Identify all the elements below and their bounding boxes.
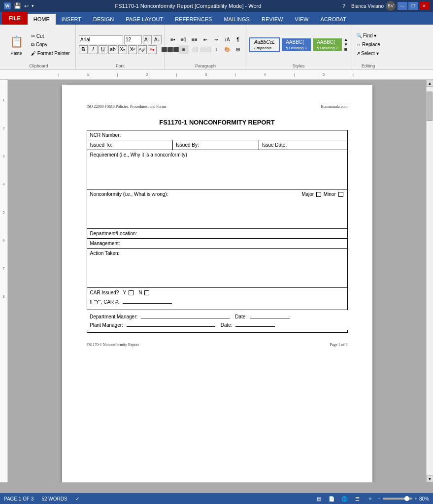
tab-acrobat[interactable]: ACROBAT [314, 14, 352, 25]
copy-button[interactable]: ⧉ Copy [29, 41, 72, 49]
tab-insert[interactable]: INSERT [56, 14, 87, 25]
text-highlight-button[interactable]: A🖊 [138, 45, 147, 54]
title-bar-left: W 💾 ↩ ▾ [4, 2, 34, 9]
font-size-select[interactable] [124, 35, 142, 44]
align-right-button[interactable]: ⬜ [190, 45, 200, 54]
signatures-row: Department Manager: Date: Plant Manager:… [87, 310, 347, 330]
action-cell: Action Taken: [87, 249, 347, 288]
car-n-checkbox[interactable] [144, 290, 149, 295]
bold-button[interactable]: B [79, 45, 88, 54]
styles-down[interactable]: ▼ [344, 42, 348, 47]
cut-button[interactable]: ✂ Cut [29, 32, 72, 40]
scroll-down-button[interactable]: ▼ [427, 475, 433, 482]
find-button[interactable]: 🔍 Find ▾ [354, 32, 382, 39]
car-number-line [123, 303, 172, 304]
font-group: A↑ A↓ B I U ab X₂ X² A🖊 A▾ Font [76, 25, 165, 69]
requirement-label: Requirement (i.e., Why it is a nonconfor… [90, 152, 187, 158]
superscript-button[interactable]: X² [128, 45, 137, 54]
window-title: FS1170-1 Nonconformity Report [Compatibi… [34, 3, 342, 9]
styles-expand[interactable]: ⊞ [344, 47, 348, 52]
decrease-indent-button[interactable]: ⇤ [200, 35, 210, 44]
numbering-button[interactable]: ≡1 [179, 35, 189, 44]
zoom-out-button[interactable]: − [378, 496, 381, 502]
document-area: 1 2 3 4 5 6 7 8 ISO 22000 FSMS Policies,… [0, 80, 433, 482]
underline-button[interactable]: U [99, 45, 107, 54]
tab-design[interactable]: DESIGN [87, 14, 120, 25]
line-spacing-button[interactable]: ↕ [211, 45, 221, 54]
quick-undo[interactable]: ↩ [24, 3, 29, 9]
car-y-checkbox[interactable] [129, 290, 133, 295]
style-heading1[interactable]: AABBC(¶ Heading 1 [282, 38, 311, 51]
subscript-button[interactable]: X₂ [118, 45, 127, 54]
font-controls: A↑ A↓ B I U ab X₂ X² A🖊 A▾ [79, 35, 162, 54]
status-bar: PAGE 1 OF 3 52 WORDS ✓ ▤ 📄 🌐 ☰ ≡ − + 80% [0, 493, 433, 504]
paste-icon: 📋 [8, 34, 24, 50]
outline-view-button[interactable]: ☰ [352, 495, 362, 503]
web-layout-view-button[interactable]: 🌐 [339, 495, 349, 503]
issued-to-label: Issued To: [90, 142, 112, 148]
italic-button[interactable]: I [89, 45, 98, 54]
font-family-select[interactable] [79, 35, 123, 44]
quick-save[interactable]: 💾 [14, 2, 21, 9]
shading-button[interactable]: 🎨 [222, 45, 232, 54]
plant-manager-date-line [235, 326, 275, 327]
paragraph-group: ≡• ≡1 ≡≡ ⇤ ⇥ ↕A ¶ ⬛⬛⬛⬛ ≡ ⬜ ⬜⬜ ↕ 🎨 ⊞ [165, 25, 246, 69]
issue-date-cell: Issue Date: [259, 140, 347, 150]
minimize-button[interactable]: — [398, 2, 407, 10]
title-bar: W 💾 ↩ ▾ FS1170-1 Nonconformity Report [C… [0, 0, 433, 12]
font-content: A↑ A↓ B I U ab X₂ X² A🖊 A▾ [79, 27, 162, 63]
close-button[interactable]: ✕ [419, 2, 429, 10]
tab-view[interactable]: VIEW [289, 14, 314, 25]
align-left-button[interactable]: ⬛⬛⬛⬛ [168, 45, 178, 54]
full-reading-view-button[interactable]: 📄 [327, 495, 336, 503]
align-center-button[interactable]: ≡ [179, 45, 189, 54]
scroll-up-button[interactable]: ▲ [427, 80, 433, 87]
style-heading2[interactable]: AABBC(¶ Heading 2 [313, 38, 342, 51]
restore-button[interactable]: ❐ [408, 2, 418, 10]
plant-manager-signature-line [127, 326, 215, 327]
issued-row: Issued To: Issued By: Issue Date: [87, 140, 347, 150]
title-bar-right: ? Bianca Viviano BV — ❐ ✕ [342, 1, 429, 11]
increase-indent-button[interactable]: ⇥ [211, 35, 221, 44]
styles-scroll: ▲ ▼ ⊞ [344, 37, 348, 52]
select-button[interactable]: ↗ Select ▾ [354, 50, 382, 57]
justify-button[interactable]: ⬜⬜ [200, 45, 210, 54]
tab-home[interactable]: HOME [28, 14, 56, 25]
show-formatting-button[interactable]: ¶ [233, 35, 243, 44]
strikethrough-button[interactable]: ab [108, 45, 117, 54]
bullets-button[interactable]: ≡• [168, 35, 178, 44]
print-layout-view-button[interactable]: ▤ [314, 495, 324, 503]
minor-checkbox[interactable] [338, 192, 343, 197]
tab-mailings[interactable]: MAILINGS [218, 14, 256, 25]
style-emphasis[interactable]: AaBbCcLEmphasis [249, 37, 280, 52]
sort-button[interactable]: ↕A [222, 35, 232, 44]
shrink-font-button[interactable]: A↓ [153, 35, 162, 44]
replace-button[interactable]: ↔ Replace [354, 41, 382, 48]
car-n-label: N [138, 290, 142, 295]
major-checkbox[interactable] [316, 192, 321, 197]
help-btn[interactable]: ? [342, 3, 345, 9]
word-count: 52 WORDS [41, 496, 67, 502]
format-painter-button[interactable]: 🖌 Format Painter [29, 50, 72, 57]
requirement-row: Requirement (i.e., Why it is a nonconfor… [87, 150, 347, 189]
tab-page-layout[interactable]: PAGE LAYOUT [120, 14, 169, 25]
font-color-button[interactable]: A▾ [148, 45, 157, 54]
styles-up[interactable]: ▲ [344, 37, 348, 42]
tab-references[interactable]: REFERENCES [169, 14, 218, 25]
multilevel-button[interactable]: ≡≡ [190, 35, 200, 44]
scroll-thumb[interactable] [427, 92, 433, 121]
tab-review[interactable]: REVIEW [256, 14, 289, 25]
draft-view-button[interactable]: ≡ [365, 495, 375, 503]
tab-file[interactable]: FILE [2, 12, 28, 25]
page-info: PAGE 1 OF 3 [4, 496, 33, 502]
dept-manager-signature-line [141, 318, 230, 318]
paste-button[interactable]: 📋 Paste [5, 32, 28, 58]
zoom-in-button[interactable]: + [414, 496, 417, 502]
document-scroll-area[interactable]: ISO 22000 FSMS Policies, Procedures, and… [8, 80, 426, 482]
grow-font-button[interactable]: A↑ [143, 35, 152, 44]
borders-button[interactable]: ⊞ [233, 45, 243, 54]
zoom-thumb[interactable] [404, 496, 409, 501]
font-row1: A↑ A↓ [79, 35, 162, 44]
zoom-slider[interactable] [383, 498, 412, 500]
bottom-border-row [87, 330, 347, 333]
